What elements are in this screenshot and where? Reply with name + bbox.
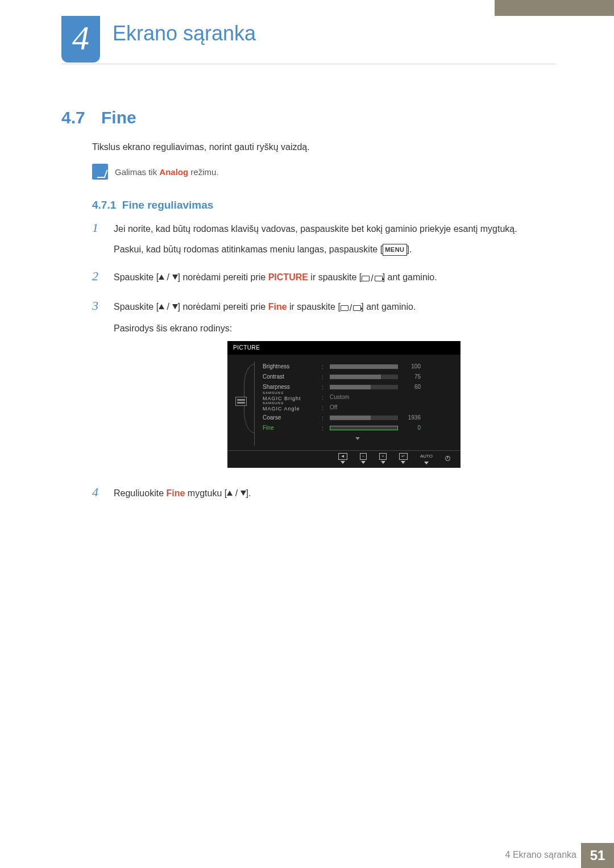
osd-label: Sharpness [263,383,317,392]
page-footer: 4 Ekrano sąranka 51 [0,843,614,868]
chapter-underline [61,64,556,64]
t: ir spauskite [ [308,272,362,282]
t: ] ant gaminio. [383,272,437,282]
osd-row-coarse: Coarse : 1936 [263,413,453,423]
osd-row-contrast: Contrast : 75 [263,372,453,382]
osd-bar [330,416,398,420]
osd-label: Coarse [263,413,317,422]
note-row: Galimas tik Analog režimu. [92,164,219,180]
osd-label: Brightness [263,362,317,371]
osd-bar [330,375,398,379]
step-3-tail: Pasirodys šis ekrano rodinys: [114,321,558,336]
osd-footer-back: ◄ [338,453,347,464]
colon: : [322,393,325,403]
osd-value: 75 [403,372,421,381]
down-arrow-icon [172,304,178,309]
t: ]. [246,488,251,498]
step-number: 3 [92,300,103,312]
plus-icon: + [379,453,387,460]
osd-more-down-icon [263,433,453,446]
t: Reguliuokite [114,488,167,498]
up-arrow-icon [227,491,233,496]
step-2-highlight: PICTURE [268,272,308,282]
osd-footer: ◄ − + ↵ AUTO [227,450,460,468]
t: ] ant gaminio. [361,302,416,312]
osd-bar [330,364,398,369]
t: ]. [407,244,412,254]
colon: : [322,383,325,393]
enter-icon: / [341,301,361,315]
t: ] norėdami pereiti prie [178,272,268,282]
osd-body: Brightness : 100 Contrast : 75 Sha [227,355,460,450]
step-1-line2: Paskui, kad būtų rodomas atitinkamas men… [114,242,558,257]
osd-label: SAMSUNGMAGIC Angle [263,402,317,414]
footer-chapter-label: 4 Ekrano sąranka [505,850,576,860]
sup: SAMSUNG [263,402,317,405]
subsection-title: Fine reguliavimas [122,199,214,211]
osd-header: PICTURE [227,341,460,355]
step-4-highlight: Fine [167,488,185,498]
note-icon [92,164,108,180]
step-3: 3 Spauskite [ / ] norėdami pereiti prie … [92,300,558,478]
osd-row-magicangle: SAMSUNGMAGIC Angle : Off [263,402,453,413]
enter-icon: / [362,271,382,286]
osd-row-sharpness: Sharpness : 60 [263,382,453,392]
colon: : [322,372,325,383]
steps-list: 1 Jei norite, kad būtų rodomas klavišų v… [92,222,558,514]
osd-label: Contrast [263,372,317,381]
osd-bar [330,385,398,389]
t: ] norėdami pereiti prie [178,302,268,312]
section-intro: Tikslus ekrano reguliavimas, norint gaut… [92,142,310,152]
colon: : [322,362,325,372]
subsection-number: 4.7.1 [92,199,116,211]
minus-icon: − [360,453,367,460]
note-text: Galimas tik Analog režimu. [115,167,219,177]
osd-footer-auto: AUTO [420,453,433,464]
section-number: 4.7 [61,108,85,127]
sup: SAMSUNG [263,392,317,394]
subsection-heading: 4.7.1 Fine reguliavimas [92,199,213,211]
osd-category-icon [235,397,247,406]
osd-sidebar [235,362,255,446]
step-number: 1 [92,222,103,234]
osd-value: 100 [403,362,421,371]
osd-footer-power [445,456,450,461]
t: ir spauskite [ [287,302,341,312]
t: Spauskite [ [114,272,159,282]
osd-value-selected: 0 [403,423,421,433]
osd-value: Custom [330,393,349,402]
osd-value: 1936 [403,413,421,422]
t: MAGIC Angle [263,406,300,412]
step-body: Reguliuokite Fine mygtuku [ / ]. [114,486,558,506]
osd-menu: PICTURE Brightness : 100 Contrast [227,341,460,467]
up-arrow-icon [159,304,164,309]
step-3-highlight: Fine [268,302,287,312]
osd-row-brightness: Brightness : 100 [263,362,453,372]
step-body: Jei norite, kad būtų rodomas klavišų vad… [114,222,558,262]
t: Spauskite [ [114,302,159,312]
osd-footer-minus: − [360,453,367,464]
header-accent-bar [495,0,614,16]
step-body: Spauskite [ / ] norėdami pereiti prie PI… [114,270,558,292]
osd-label-selected: Fine [263,423,317,433]
note-highlight: Analog [159,167,188,177]
power-icon [445,456,450,461]
enter-icon: ↵ [399,453,408,460]
chapter-number-badge: 4 [61,16,100,63]
step-2: 2 Spauskite [ / ] norėdami pereiti prie … [92,270,558,292]
back-icon: ◄ [338,453,347,460]
note-suffix: režimu. [188,167,218,177]
down-arrow-icon [240,491,246,496]
colon: : [322,423,325,434]
note-prefix: Galimas tik [115,167,159,177]
t: mygtuku [ [185,488,227,498]
footer-page-number: 51 [581,843,614,868]
menu-button-label: MENU [383,244,406,256]
step-number: 4 [92,486,103,499]
step-number: 2 [92,270,103,283]
auto-label: AUTO [420,453,433,460]
osd-row-magicbright: SAMSUNGMAGIC Bright : Custom [263,392,453,402]
osd-footer-plus: + [379,453,387,464]
osd-list: Brightness : 100 Contrast : 75 Sha [255,362,453,446]
osd-value: 60 [403,383,421,392]
